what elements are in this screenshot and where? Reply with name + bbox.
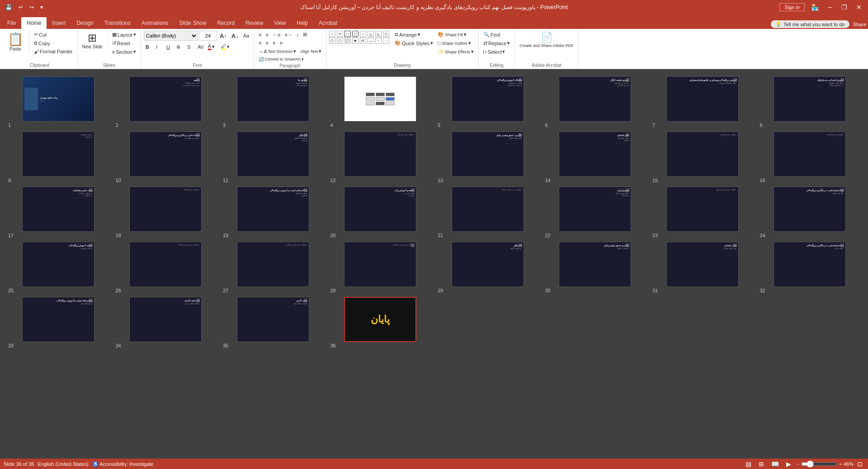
numbered-list-button[interactable]: ≡ (264, 31, 270, 38)
tab-transitions[interactable]: Transitions (99, 17, 136, 29)
align-text-button[interactable]: Align Text ▾ (298, 47, 323, 55)
slide-item-1[interactable]: پیام خداوند مهربان متن کتاب 1 (7, 76, 109, 128)
slide-item-34[interactable]: ایده های کلیدی مفاهیم اساسی درس 34 (115, 297, 217, 348)
slide-item-13[interactable]: یادگیری عمیق و تغییر پایدار نظریه‌های یا… (437, 131, 539, 183)
tab-design[interactable]: Design (71, 17, 99, 29)
columns-button[interactable]: ⊞ (301, 31, 309, 38)
replace-button[interactable]: ⇄ Replace ▾ (481, 39, 512, 47)
justify-button[interactable]: ≡ (278, 39, 284, 47)
shape-hexagon[interactable]: ⬡ (337, 38, 343, 44)
slide-thumb-33[interactable]: رویکردهای ایرانی به آموزش بزرگسالان رویک… (22, 297, 94, 342)
slide-thumb-35[interactable]: نتیجه گیری جمع‌بندی فصل نهم (237, 297, 309, 342)
slide-thumb-27[interactable]: محتوای درس بیست و هفتم (237, 242, 309, 287)
slide-item-11[interactable]: گفت‌وگو روش‌های گفتگویآموزشی 11 (222, 131, 324, 183)
slide-item-15[interactable]: محتوای درس پانزدهم 15 (651, 131, 754, 183)
underline-button[interactable]: U (165, 43, 175, 51)
shape-fill-button[interactable]: 🎨 Shape Fill ▾ (436, 31, 476, 38)
text-direction-button[interactable]: ↔A Text Direction ▾ (257, 47, 298, 55)
slide-thumb-6[interactable]: آموزش طبقه کارگر تاریخچه و روش‌هایآموزش … (559, 76, 631, 122)
slide-thumb-13[interactable]: یادگیری عمیق و تغییر پایدار نظریه‌های یا… (452, 131, 524, 177)
increase-indent-button[interactable]: ≡→ (283, 31, 294, 38)
shape-rounded-rect[interactable]: ⬜ (352, 31, 359, 37)
slide-item-7[interactable]: آموزش بزرگسالان روستایی در کشورهای استعم… (651, 76, 754, 128)
strikethrough-button[interactable]: S (175, 43, 185, 51)
shape-oval[interactable]: ○ (360, 31, 366, 37)
slide-thumb-22[interactable]: آموزش ایران نظام آموزشی ایرانو چالش‌ها (559, 187, 631, 232)
slide-item-10[interactable]: تحولات اخیر در یادگیری بزرگسالان بررسی ر… (115, 131, 217, 183)
slide-thumb-15[interactable]: محتوای درس پانزدهم (666, 131, 739, 177)
decrease-indent-button[interactable]: ←≡ (271, 31, 282, 38)
font-color-button[interactable]: A ▾ (206, 42, 219, 51)
slide-item-32[interactable]: ساختارهای قدرت در یادگیری بزرگسالان تحلی… (759, 242, 861, 293)
slide-thumb-21[interactable]: محتوای درس بیست و یکم (452, 187, 524, 232)
slide-thumb-25[interactable]: خامعه آموزش بزرگسالان محتوا و برنامه‌ها (22, 242, 94, 287)
reading-view-button[interactable]: 📖 (769, 460, 781, 469)
align-right-button[interactable]: ≡ (271, 39, 277, 47)
align-center-button[interactable]: ≡ (264, 39, 270, 47)
bullet-list-button[interactable]: ≡ (257, 31, 263, 38)
slide-thumb-4[interactable] (344, 76, 416, 122)
slide-item-14[interactable]: تفکر انتقادی مهارت‌های تفکرانتقادی 14 (544, 131, 646, 183)
shape-connector[interactable]: — (368, 38, 374, 44)
slide-item-22[interactable]: آموزش ایران نظام آموزشی ایرانو چالش‌ها 2… (544, 187, 646, 238)
slide-thumb-34[interactable]: ایده های کلیدی مفاهیم اساسی درس (129, 297, 202, 342)
slide-item-9[interactable]: محتوای آموزشیدرس نهم 9 (7, 131, 109, 183)
slide-item-33[interactable]: رویکردهای ایرانی به آموزش بزرگسالان رویک… (7, 297, 109, 348)
slide-item-29[interactable]: گفت‌وگو روش‌های گفتگو 29 (437, 242, 539, 293)
tab-file[interactable]: File (2, 17, 21, 29)
slide-thumb-11[interactable]: گفت‌وگو روش‌های گفتگویآموزشی (237, 131, 309, 177)
slide-item-17[interactable]: دست یابی و مشارکت روش‌های مشارکتدر یادگی… (7, 187, 109, 238)
slide-thumb-24[interactable]: ساختارهای قدرت در یادگیری بزرگسالان دلال… (774, 187, 846, 232)
tab-insert[interactable]: Insert (47, 17, 71, 29)
slide-thumb-18[interactable]: محتوای درس هجدهم (129, 187, 202, 232)
slide-thumb-30[interactable]: یادگیری عمیق و تغییر پایدار مدل‌های یادگ… (559, 242, 631, 287)
line-spacing-button[interactable]: ↕ (295, 31, 301, 38)
convert-smartart-button[interactable]: 🔄 Convert to SmartArt ▾ (257, 56, 323, 62)
undo-button[interactable]: ↩ (17, 3, 25, 11)
shape-star[interactable]: ★ (352, 38, 359, 44)
minimize-button[interactable]: ─ (825, 3, 835, 12)
redo-button[interactable]: ↪ (28, 3, 36, 11)
slide-thumb-26[interactable]: محتوای درس بیست و ششم (129, 242, 202, 287)
char-spacing-button[interactable]: AV (196, 43, 206, 51)
slide-item-25[interactable]: خامعه آموزش بزرگسالان محتوا و برنامه‌ها … (7, 242, 109, 293)
slide-item-19[interactable]: ساختارهای قدرت در آموزش بزرگسالان تحلیل … (222, 187, 324, 238)
italic-button[interactable]: I (154, 43, 164, 51)
arrange-button[interactable]: ⧉ Arrange ▾ (393, 31, 435, 38)
share-button[interactable]: Share (853, 22, 866, 27)
slide-show-button[interactable]: ▶ (784, 460, 793, 469)
tell-me-box[interactable]: 💡 Tell me what you want to do (771, 20, 849, 28)
select-button[interactable]: ▷ Select ▾ (481, 48, 512, 56)
section-button[interactable]: ≡ Section ▾ (110, 48, 138, 56)
tab-help[interactable]: Help (291, 17, 313, 29)
tab-record[interactable]: Record (212, 17, 240, 29)
increase-font-button[interactable]: A↑ (218, 31, 229, 41)
bold-button[interactable]: B (144, 43, 154, 51)
slide-item-30[interactable]: یادگیری عمیق و تغییر پایدار مدل‌های یادگ… (544, 242, 646, 293)
normal-view-button[interactable]: ▤ (744, 460, 753, 469)
slide-item-28[interactable]: محتوای درس بیست و هشتم 28 (330, 242, 432, 293)
shape-arrow[interactable]: ↗ (337, 31, 343, 37)
shape-triangle[interactable]: △ (368, 31, 374, 37)
close-button[interactable]: ✕ (854, 3, 864, 12)
new-slide-button[interactable]: ⊞ New Slide (80, 31, 104, 50)
qat-customize-button[interactable]: ▾ (38, 3, 45, 11)
slide-thumb-9[interactable]: محتوای آموزشیدرس نهم (22, 131, 94, 177)
slide-item-23[interactable]: محتوای درس بیست و سوم 23 (651, 187, 754, 238)
slide-thumb-36[interactable]: پایان (344, 297, 416, 342)
slide-thumb-17[interactable]: دست یابی و مشارکت روش‌های مشارکتدر یادگی… (22, 187, 94, 232)
slide-item-31[interactable]: تفکر انتقادی مهارت‌های انتقادی 31 (651, 242, 754, 293)
slide-thumb-1[interactable]: پیام خداوند مهربان متن کتاب (22, 76, 94, 122)
reset-button[interactable]: ↺ Reset (110, 39, 138, 47)
copy-button[interactable]: ⧉ Copy (32, 39, 75, 47)
slide-item-36[interactable]: پایان 36 (330, 297, 432, 348)
slide-item-5[interactable]: دانشگاه آموزش بزرگسالان اهداف و برنامه‌ه… (437, 76, 539, 128)
format-painter-button[interactable]: 🖌 Format Painter (32, 48, 75, 55)
quick-styles-button[interactable]: 🎨 Quick Styles ▾ (393, 39, 435, 47)
restore-button[interactable]: ❐ (839, 3, 850, 12)
shape-rect[interactable]: □ (344, 31, 351, 37)
slide-item-26[interactable]: محتوای درس بیست و ششم 26 (115, 242, 217, 293)
shape-diamond[interactable]: ◇ (383, 31, 389, 37)
slide-thumb-19[interactable]: ساختارهای قدرت در آموزش بزرگسالان تحلیل … (237, 187, 309, 232)
slide-item-6[interactable]: آموزش طبقه کارگر تاریخچه و روش‌هایآموزش … (544, 76, 646, 128)
